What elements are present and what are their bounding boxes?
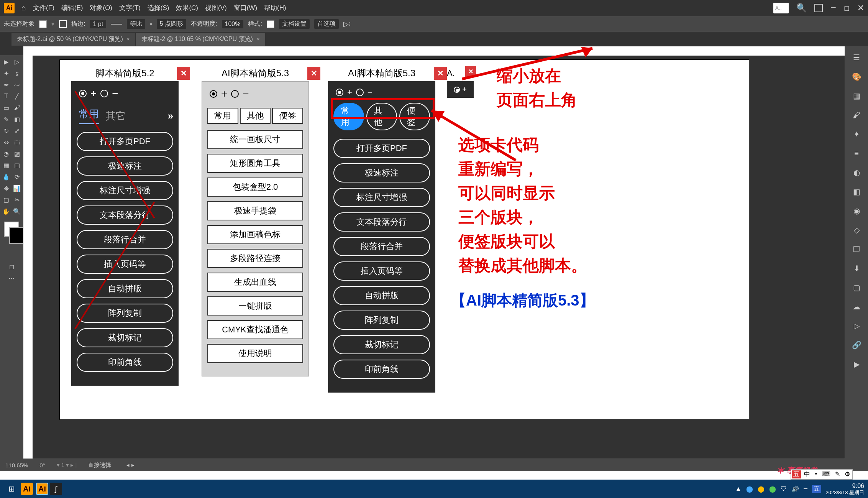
document-tab-2[interactable]: 未标题-2 @ 110.65 % (CMYK/CPU 预览) ×: [136, 33, 265, 46]
maximize-icon[interactable]: ◻: [844, 4, 850, 12]
swatches-icon[interactable]: ▦: [850, 90, 863, 102]
menu-edit[interactable]: 编辑(E): [61, 3, 83, 12]
screen-mode-icon[interactable]: ◻: [7, 261, 16, 271]
wand-tool[interactable]: ✦: [1, 68, 11, 78]
menu-type[interactable]: 文字(T): [119, 3, 141, 12]
tray-ime-2[interactable]: 五: [812, 485, 821, 493]
panel53l-button-2[interactable]: 包装盒型2.0: [207, 178, 303, 197]
tray-icon[interactable]: ⬤: [746, 485, 753, 493]
stroke-swatch[interactable]: [59, 20, 67, 28]
panel53d-button-7[interactable]: 阵列复制: [333, 311, 430, 330]
fill-stroke-colors[interactable]: [4, 222, 19, 237]
pen-tool[interactable]: ✒: [1, 80, 11, 90]
play-icon[interactable]: ▶: [850, 358, 863, 370]
layers-icon[interactable]: ❐: [850, 243, 863, 255]
panel52-button-8[interactable]: 裁切标记: [77, 328, 173, 347]
uniform-select[interactable]: 等比: [127, 19, 145, 29]
panel-52-close-button[interactable]: ✕: [177, 67, 190, 80]
radio-on-icon[interactable]: [336, 89, 343, 96]
zoom-tool[interactable]: 🔍: [12, 206, 22, 216]
gradient-tool[interactable]: ◫: [12, 160, 22, 170]
taskbar-ai-2[interactable]: Ai: [34, 481, 50, 496]
gradient-icon[interactable]: ◐: [850, 166, 863, 179]
radio-off-icon[interactable]: [100, 90, 108, 97]
scale-tool[interactable]: ⤢: [12, 126, 22, 136]
perspective-tool[interactable]: ▨: [12, 149, 22, 159]
tray-shield-icon[interactable]: 🛡: [781, 485, 787, 492]
selection-tool[interactable]: ▶: [1, 57, 11, 67]
panel53d-button-4[interactable]: 段落行合并: [333, 237, 430, 256]
menu-select[interactable]: 选择(S): [148, 3, 169, 12]
eraser-tool[interactable]: ◧: [12, 114, 22, 124]
tab-memo[interactable]: 便签: [272, 108, 303, 124]
panel53d-button-0[interactable]: 打开多页PDF: [333, 139, 430, 158]
doc-setup-button[interactable]: 文档设置: [279, 19, 310, 29]
panel-53l-close-button[interactable]: ✕: [307, 67, 320, 80]
brushes-icon[interactable]: 🖌: [850, 109, 863, 121]
line-tool[interactable]: ╱: [12, 91, 22, 101]
arrange-icon[interactable]: [814, 4, 823, 12]
panel53d-button-9[interactable]: 印前角线: [333, 360, 430, 379]
blend-tool[interactable]: ⟳: [12, 172, 22, 182]
panel53l-button-6[interactable]: 生成出血线: [207, 273, 303, 292]
lasso-tool[interactable]: ɕ: [12, 68, 22, 78]
asset-icon[interactable]: ⬇: [850, 262, 863, 274]
graphic-styles-icon[interactable]: ◇: [850, 224, 863, 236]
shapebuilder-tool[interactable]: ◔: [1, 149, 11, 159]
slice-tool[interactable]: ✂: [12, 195, 22, 205]
stroke-style-icon[interactable]: [111, 24, 122, 25]
canvas-area[interactable]: 脚本精简版5.2 ✕ + − 常用 其它 » 打开多页PDF极速标注标注尺寸增强…: [23, 46, 845, 459]
panel53l-button-3[interactable]: 极速手提袋: [207, 201, 303, 220]
panel53l-button-0[interactable]: 统一画板尺寸: [207, 130, 303, 149]
panel53d-button-6[interactable]: 自动拼版: [333, 286, 430, 305]
ime-indicator[interactable]: 五中•⌨✎⚙: [791, 469, 853, 480]
appearance-icon[interactable]: ◉: [850, 205, 863, 217]
tab-more-icon[interactable]: »: [168, 110, 173, 122]
tray-icon[interactable]: ▲: [735, 485, 742, 492]
width-tool[interactable]: ⇔: [1, 137, 11, 147]
stroke-icon[interactable]: ≡: [850, 147, 863, 159]
transparency-icon[interactable]: ◧: [850, 186, 863, 198]
taskbar-ai-1[interactable]: Ai: [19, 481, 34, 496]
taskbar-app[interactable]: ʃ: [50, 483, 62, 495]
stroke-weight[interactable]: 1 pt: [90, 20, 106, 28]
hand-tool[interactable]: ✋: [1, 206, 11, 216]
brush-tool[interactable]: 🖌: [12, 103, 22, 113]
align-icon[interactable]: ▷⁝: [343, 20, 351, 28]
brush-select[interactable]: 5 点圆形: [157, 19, 186, 29]
tab-other[interactable]: 其它: [106, 109, 126, 123]
graph-tool[interactable]: 📊: [12, 183, 22, 193]
actions-icon[interactable]: ▷: [850, 320, 863, 332]
panel53d-button-5[interactable]: 插入页码等: [333, 261, 430, 281]
artboard-tool[interactable]: ▢: [1, 195, 11, 205]
panel52-button-5[interactable]: 插入页码等: [77, 255, 173, 274]
tray-volume-icon[interactable]: 🔊: [791, 485, 799, 493]
prefs-button[interactable]: 首选项: [314, 19, 339, 29]
start-button[interactable]: ⊞: [4, 481, 19, 496]
panel52-button-2[interactable]: 标注尺寸增强: [77, 181, 173, 200]
panel53d-button-3[interactable]: 文本段落分行: [333, 212, 430, 232]
shaper-tool[interactable]: ✎: [1, 114, 11, 124]
rect-tool[interactable]: ▭: [1, 103, 11, 113]
radio-on-icon[interactable]: [79, 90, 87, 97]
menu-object[interactable]: 对象(O): [90, 3, 112, 12]
type-tool[interactable]: T: [1, 91, 11, 101]
panel53l-button-8[interactable]: CMYK查找潘通色: [207, 320, 303, 339]
eyedropper-tool[interactable]: 💧: [1, 172, 11, 182]
tray-icon[interactable]: ⬤: [769, 485, 776, 493]
links-icon[interactable]: 🔗: [850, 339, 863, 351]
panel53l-button-4[interactable]: 添加画稿色标: [207, 225, 303, 244]
libraries-icon[interactable]: ☁: [850, 301, 863, 313]
panel53l-button-5[interactable]: 多段路径连接: [207, 249, 303, 268]
menu-effect[interactable]: 效果(C): [176, 3, 198, 12]
panel53d-button-2[interactable]: 标注尺寸增强: [333, 188, 430, 207]
menu-window[interactable]: 窗口(W): [234, 3, 257, 12]
opacity-value[interactable]: 100%: [222, 20, 244, 28]
panel52-button-7[interactable]: 阵列复制: [77, 304, 173, 323]
tab-common[interactable]: 常用: [207, 108, 238, 124]
panel52-button-3[interactable]: 文本段落分行: [77, 205, 173, 225]
panel-53l-radio-row[interactable]: + −: [207, 88, 303, 100]
home-icon[interactable]: ⌂: [21, 3, 26, 12]
minimize-icon[interactable]: −: [830, 2, 836, 14]
tab-other[interactable]: 其他: [240, 108, 271, 124]
